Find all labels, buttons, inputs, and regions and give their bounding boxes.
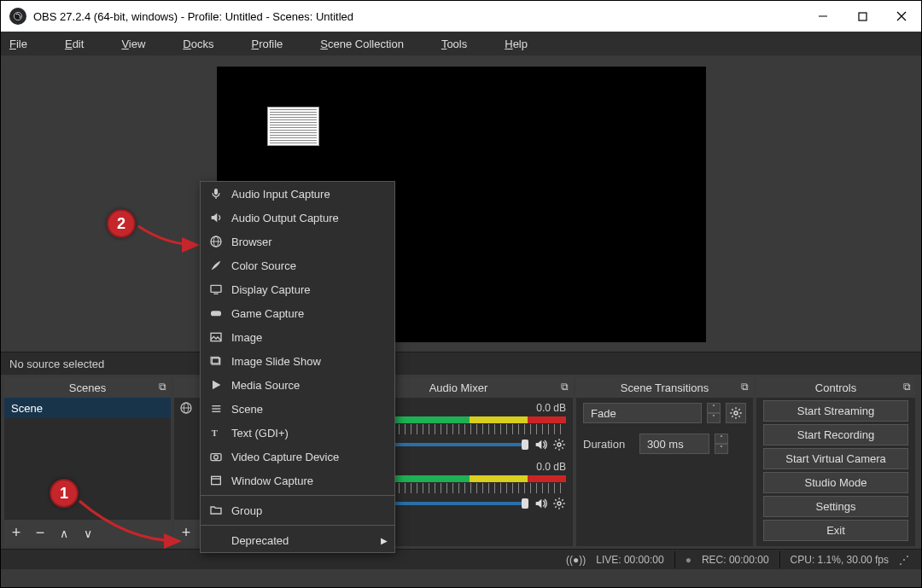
menu-item-color-source[interactable]: Color Source <box>201 253 394 277</box>
transition-up-icon[interactable]: ˄ <box>707 403 721 413</box>
menu-item-media-source[interactable]: Media Source <box>201 373 394 397</box>
maximize-button[interactable] <box>843 1 882 32</box>
obs-logo-icon <box>9 8 26 25</box>
menu-item-image[interactable]: Image <box>201 325 394 349</box>
mixer-popout-icon[interactable]: ⧉ <box>561 381 569 393</box>
svg-point-9 <box>557 443 561 446</box>
callout-1-arrow-icon <box>75 494 186 554</box>
menubar: File Edit View Docks Profile Scene Colle… <box>1 32 921 55</box>
scene-item[interactable]: Scene <box>4 398 171 418</box>
close-button[interactable] <box>882 1 921 32</box>
resize-grip-icon[interactable]: ⋰ <box>899 554 909 566</box>
scene-remove-button[interactable]: − <box>28 520 52 546</box>
start-streaming-button[interactable]: Start Streaming <box>763 400 908 422</box>
svg-rect-28 <box>212 476 221 484</box>
menu-edit[interactable]: Edit <box>65 38 102 50</box>
image-icon <box>209 330 223 344</box>
menu-profile[interactable]: Profile <box>251 38 301 50</box>
menu-item-browser[interactable]: Browser <box>201 230 394 253</box>
minimize-button[interactable] <box>803 1 843 32</box>
scenes-popout-icon[interactable]: ⧉ <box>159 381 166 393</box>
controls-panel: Controls⧉ Start Streaming Start Recordin… <box>756 377 915 546</box>
scenes-title: Scenes⧉ <box>4 377 171 398</box>
transition-select[interactable]: Fade <box>583 403 702 423</box>
duration-up-icon[interactable]: ˄ <box>715 434 728 444</box>
controls-popout-icon[interactable]: ⧉ <box>903 381 911 393</box>
svg-rect-18 <box>211 311 221 316</box>
menu-item-image-slide-show[interactable]: Image Slide Show <box>201 349 394 373</box>
menu-help[interactable]: Help <box>505 38 546 50</box>
menu-item-video-capture-device[interactable]: Video Capture Device <box>201 445 394 469</box>
svg-point-0 <box>13 11 23 21</box>
menu-docks[interactable]: Docks <box>183 38 232 50</box>
gear-icon[interactable] <box>552 497 566 510</box>
scene-add-button[interactable]: + <box>4 520 28 546</box>
exit-button[interactable]: Exit <box>763 520 908 541</box>
start-virtual-camera-button[interactable]: Start Virtual Camera <box>763 448 908 469</box>
track-db: 0.0 dB <box>536 461 566 473</box>
menu-item-text-gdi[interactable]: TText (GDI+) <box>201 421 394 445</box>
text-icon: T <box>209 426 223 440</box>
titlebar: OBS 27.2.4 (64-bit, windows) - Profile: … <box>1 1 921 32</box>
camera-icon <box>209 450 223 463</box>
status-live: LIVE: 00:00:00 <box>596 554 663 566</box>
record-icon: ● <box>686 554 692 566</box>
svg-rect-16 <box>211 285 221 292</box>
menu-item-game-capture[interactable]: Game Capture <box>201 301 394 325</box>
track-db: 0.0 dB <box>536 402 566 414</box>
menu-tools[interactable]: Tools <box>441 38 486 50</box>
transitions-title: Scene Transitions⧉ <box>576 377 753 398</box>
callout-2-arrow-icon <box>136 219 204 253</box>
preview-viewport[interactable] <box>1 55 921 352</box>
callout-2: 2 <box>107 209 136 238</box>
menu-item-scene[interactable]: Scene <box>201 397 394 421</box>
svg-text:T: T <box>212 428 218 438</box>
scene-transitions-panel: Scene Transitions⧉ Fade ˄˅ Duration 300 … <box>576 377 753 546</box>
menu-item-window-capture[interactable]: Window Capture <box>201 469 394 492</box>
duration-input[interactable]: 300 ms <box>639 434 709 454</box>
callout-1: 1 <box>50 479 79 508</box>
status-cpu: CPU: 1.1%, 30.00 fps <box>791 554 889 566</box>
menu-item-audio-input-capture[interactable]: Audio Input Capture <box>201 182 394 206</box>
mic-icon <box>209 187 223 201</box>
submenu-arrow-icon: ▶ <box>381 536 388 545</box>
gear-icon[interactable] <box>552 438 566 451</box>
brush-icon <box>209 259 223 272</box>
slideshow-icon <box>209 354 223 368</box>
status-rec: REC: 00:00:00 <box>702 554 769 566</box>
folder-icon <box>209 504 223 517</box>
start-recording-button[interactable]: Start Recording <box>763 424 908 445</box>
controls-title: Controls⧉ <box>756 377 915 398</box>
gear-icon <box>729 406 743 420</box>
window-icon <box>209 474 223 487</box>
menu-item-audio-output-capture[interactable]: Audio Output Capture <box>201 206 394 230</box>
globe-icon <box>179 401 193 415</box>
duration-label: Duration <box>583 438 634 451</box>
gamepad-icon <box>209 306 223 320</box>
menu-file[interactable]: File <box>9 38 46 50</box>
svg-rect-12 <box>214 189 218 195</box>
menu-scene-collection[interactable]: Scene Collection <box>320 38 423 50</box>
speaker-icon[interactable] <box>534 438 547 451</box>
settings-button[interactable]: Settings <box>763 496 908 517</box>
menu-item-display-capture[interactable]: Display Capture <box>201 277 394 301</box>
studio-mode-button[interactable]: Studio Mode <box>763 472 908 493</box>
window-title: OBS 27.2.4 (64-bit, windows) - Profile: … <box>33 10 353 23</box>
speaker-icon[interactable] <box>534 497 547 510</box>
menu-item-deprecated[interactable]: Deprecated▶ <box>201 528 394 552</box>
speaker-out-icon <box>209 211 223 224</box>
menu-view[interactable]: View <box>121 38 164 50</box>
browser-source-thumb[interactable] <box>267 107 319 146</box>
broadcast-icon: ((●)) <box>566 554 586 566</box>
transition-settings-button[interactable] <box>726 403 746 423</box>
list-icon <box>209 402 223 416</box>
transitions-popout-icon[interactable]: ⧉ <box>741 381 749 393</box>
menu-item-group[interactable]: Group <box>201 498 394 522</box>
svg-rect-3 <box>859 13 867 20</box>
svg-point-27 <box>214 455 219 459</box>
add-source-menu: Audio Input Capture Audio Output Capture… <box>200 181 395 553</box>
scene-move-up-button[interactable]: ∧ <box>52 520 76 546</box>
svg-point-10 <box>557 502 561 505</box>
transition-down-icon[interactable]: ˅ <box>707 413 721 423</box>
duration-down-icon[interactable]: ˅ <box>715 444 728 454</box>
